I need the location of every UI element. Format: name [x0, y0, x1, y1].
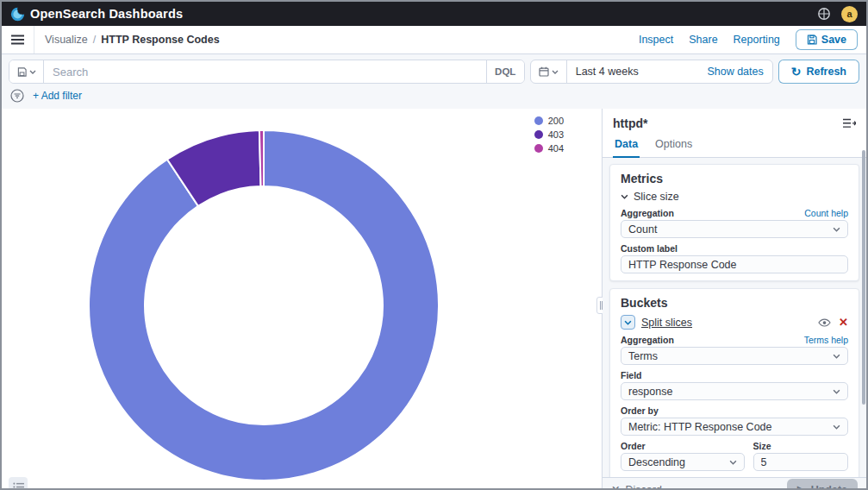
custom-label-input[interactable] — [621, 255, 848, 273]
calendar-button[interactable] — [531, 60, 567, 83]
panel-scrollbar[interactable] — [862, 150, 865, 405]
update-label: Update — [811, 484, 847, 490]
time-range-value[interactable]: Last 4 weeks — [567, 66, 699, 78]
legend-label: 404 — [548, 143, 564, 154]
slice-size-accordion[interactable]: Slice size — [621, 191, 848, 203]
metrics-card: Metrics Slice size Aggregation Count hel… — [609, 164, 859, 281]
order-select[interactable]: Descending — [621, 453, 745, 471]
legend-item-200[interactable]: 200 — [534, 116, 564, 126]
donut-chart — [2, 109, 598, 490]
chevron-down-icon — [729, 460, 737, 465]
index-pattern-title: httpd* — [613, 116, 647, 130]
count-help-link[interactable]: Count help — [804, 208, 848, 218]
reporting-link[interactable]: Reporting — [734, 34, 780, 46]
visualization-area: 200403404 — [2, 109, 602, 490]
aggregation-label: Aggregation — [621, 335, 674, 345]
legend-toggle-button[interactable] — [9, 477, 28, 490]
chevron-down-icon — [833, 227, 840, 232]
save-button-label: Save — [821, 34, 846, 46]
brand-title: OpenSearchDashboards — [30, 7, 183, 21]
editor-body: Metrics Slice size Aggregation Count hel… — [603, 158, 866, 477]
saved-queries-button[interactable] — [9, 60, 44, 83]
add-filter-link[interactable]: + Add filter — [33, 90, 82, 102]
field-select[interactable]: response — [621, 382, 848, 400]
chevron-down-icon — [833, 424, 840, 430]
legend-label: 403 — [548, 129, 564, 140]
order-by-select[interactable]: Metric: HTTP Response Code — [621, 418, 848, 436]
chevron-down-icon — [624, 320, 632, 325]
settings-icon[interactable] — [817, 7, 831, 21]
field-value: response — [628, 386, 672, 398]
saved-query-icon — [17, 67, 27, 77]
slice-size-label: Slice size — [634, 191, 679, 203]
search-input[interactable] — [44, 60, 486, 83]
breadcrumb-visualize[interactable]: Visualize — [45, 34, 88, 46]
size-input[interactable] — [753, 453, 848, 471]
bucket-aggregation-value: Terms — [628, 350, 658, 362]
refresh-icon: ↻ — [791, 66, 802, 78]
legend-item-403[interactable]: 403 — [534, 129, 564, 140]
split-slices-row: Split slices ✕ — [621, 315, 848, 330]
breadcrumb: Visualize / HTTP Response Codes — [45, 34, 220, 46]
collapse-panel-icon[interactable] — [843, 118, 856, 129]
order-label: Order — [621, 441, 646, 451]
legend-label: 200 — [548, 116, 564, 126]
app-window: OpenSearchDashboards a Visualize / HTTP … — [0, 0, 868, 490]
buckets-heading: Buckets — [621, 296, 848, 310]
legend-color-dot — [534, 130, 543, 139]
order-value: Descending — [628, 456, 685, 468]
order-by-value: Metric: HTTP Response Code — [628, 421, 772, 433]
dql-button[interactable]: DQL — [486, 60, 524, 83]
discard-x-icon: ✕ — [611, 483, 620, 490]
calendar-icon — [539, 66, 549, 77]
bucket-accordion-button[interactable] — [621, 315, 635, 330]
aggregation-label: Aggregation — [621, 208, 674, 218]
custom-label-label: Custom label — [621, 243, 678, 254]
tab-options[interactable]: Options — [653, 134, 694, 157]
pie-slice-404[interactable] — [259, 130, 264, 186]
refresh-button[interactable]: ↻ Refresh — [778, 60, 859, 84]
chevron-down-icon — [833, 354, 840, 359]
editor-footer: ✕ Discard ▷ Update — [603, 477, 866, 490]
buckets-card: Buckets Split slices ✕ — [609, 288, 859, 477]
eye-icon[interactable] — [818, 318, 831, 327]
opensearch-logo-icon — [10, 7, 25, 22]
refresh-button-label: Refresh — [806, 66, 846, 78]
update-button[interactable]: ▷ Update — [787, 479, 858, 490]
discard-label: Discard — [625, 484, 661, 490]
breadcrumb-separator: / — [93, 34, 96, 46]
remove-bucket-icon[interactable]: ✕ — [839, 317, 848, 328]
metric-aggregation-select[interactable]: Count — [621, 220, 848, 238]
show-dates-link[interactable]: Show dates — [698, 66, 771, 78]
save-button[interactable]: Save — [796, 29, 858, 50]
field-label: Field — [621, 370, 642, 380]
main-content: 200403404 httpd* Data — [2, 109, 866, 490]
page-title: HTTP Response Codes — [101, 34, 219, 46]
breadcrumb-bar: Visualize / HTTP Response Codes Inspect … — [2, 26, 866, 54]
order-by-label: Order by — [621, 405, 659, 416]
user-avatar[interactable]: a — [841, 6, 858, 22]
top-navigation-bar: OpenSearchDashboards a — [2, 2, 866, 26]
search-control: DQL — [9, 60, 525, 84]
chevron-down-icon — [552, 70, 559, 74]
hamburger-menu-button[interactable] — [2, 26, 34, 53]
hamburger-icon — [11, 35, 24, 45]
save-icon — [807, 35, 817, 45]
play-icon: ▷ — [797, 483, 806, 490]
legend-item-404[interactable]: 404 — [534, 143, 564, 154]
discard-button[interactable]: ✕ Discard — [611, 483, 662, 490]
split-slices-link[interactable]: Split slices — [641, 317, 692, 329]
filter-bar: + Add filter — [2, 87, 866, 109]
tab-data[interactable]: Data — [613, 134, 640, 158]
metrics-heading: Metrics — [621, 172, 848, 185]
chevron-down-icon — [621, 194, 628, 199]
legend-color-dot — [534, 116, 543, 125]
bucket-aggregation-select[interactable]: Terms — [621, 347, 848, 365]
size-label: Size — [753, 441, 771, 451]
query-bar: DQL Last 4 weeks Show dates ↻ Refresh — [2, 54, 866, 87]
opensearch-logo[interactable]: OpenSearchDashboards — [10, 7, 183, 22]
terms-help-link[interactable]: Terms help — [804, 335, 848, 345]
filter-options-icon[interactable] — [10, 89, 24, 103]
inspect-link[interactable]: Inspect — [639, 34, 673, 46]
share-link[interactable]: Share — [689, 34, 717, 46]
